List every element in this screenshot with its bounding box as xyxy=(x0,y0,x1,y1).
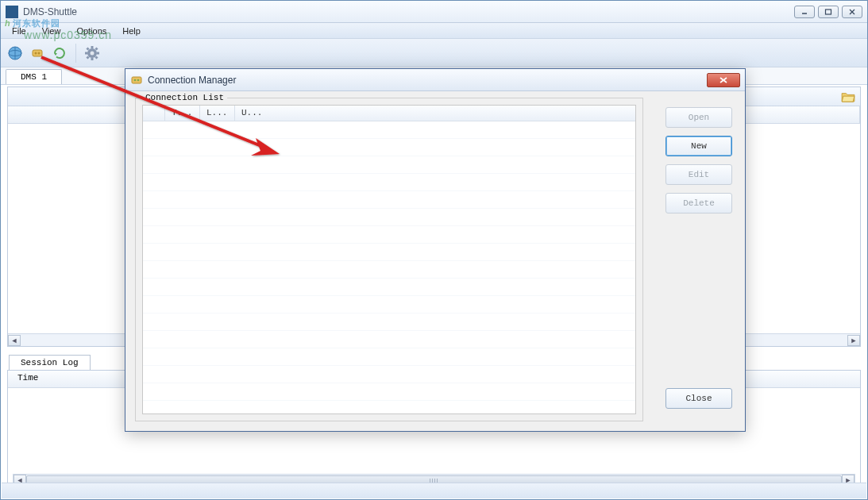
maximize-icon xyxy=(824,9,832,15)
svg-line-19 xyxy=(96,48,98,49)
svg-point-22 xyxy=(134,79,137,81)
toolbar-settings-icon[interactable] xyxy=(83,44,102,63)
col-login[interactable]: L... xyxy=(200,106,235,121)
close-icon xyxy=(848,9,856,15)
edit-button[interactable]: Edit xyxy=(665,164,732,185)
svg-line-17 xyxy=(87,48,89,49)
titlebar: DMS-Shuttle xyxy=(1,1,867,23)
svg-rect-7 xyxy=(33,50,42,56)
statusbar xyxy=(2,483,866,498)
globe-icon xyxy=(7,45,23,61)
toolbar-separator xyxy=(75,44,76,63)
close-button[interactable]: Close xyxy=(665,388,732,409)
toolbar-globe-icon[interactable] xyxy=(6,44,25,63)
connection-rows[interactable] xyxy=(143,121,635,413)
connection-columns: T... L... U... xyxy=(143,106,635,121)
scroll-left-icon[interactable]: ◄ xyxy=(8,335,21,346)
dialog-close-button[interactable] xyxy=(707,73,740,87)
maximize-button[interactable] xyxy=(818,6,839,18)
dialog-titlebar: Connection Manager xyxy=(125,69,745,91)
dialog-title: Connection Manager xyxy=(148,75,707,86)
connection-list-fieldset: Connection List T... L... U... xyxy=(135,98,643,421)
close-button[interactable] xyxy=(842,6,862,18)
svg-line-18 xyxy=(96,56,98,58)
toolbar-connect-icon[interactable] xyxy=(28,44,47,63)
col-blank[interactable] xyxy=(143,106,165,121)
window-title: DMS-Shuttle xyxy=(23,6,794,17)
svg-line-20 xyxy=(87,56,89,58)
svg-marker-10 xyxy=(54,53,57,56)
refresh-icon xyxy=(52,45,68,61)
dialog-close-row: Close xyxy=(665,388,732,409)
dialog-body: Connection List T... L... U... Open New … xyxy=(125,91,745,423)
window-controls xyxy=(794,6,862,18)
delete-button[interactable]: Delete xyxy=(665,193,732,213)
plug-icon xyxy=(29,45,45,61)
col-url[interactable]: U... xyxy=(235,106,635,121)
menu-options[interactable]: Options xyxy=(68,25,114,37)
toolbar xyxy=(1,39,867,67)
gear-icon xyxy=(84,45,100,61)
connection-manager-dialog: Connection Manager Connection List T... … xyxy=(125,68,746,432)
new-button[interactable]: New xyxy=(665,136,732,156)
connection-list[interactable]: T... L... U... xyxy=(142,105,636,414)
menubar: File View Options Help xyxy=(1,23,867,39)
fieldset-legend: Connection List xyxy=(142,93,227,102)
toolbar-refresh-icon[interactable] xyxy=(50,44,69,63)
folder-open-icon[interactable] xyxy=(841,91,855,102)
menu-view[interactable]: View xyxy=(34,25,69,37)
minimize-icon xyxy=(800,9,808,15)
tab-dms1[interactable]: DMS 1 xyxy=(6,69,62,84)
svg-rect-1 xyxy=(826,10,831,14)
svg-point-23 xyxy=(137,79,140,81)
close-icon xyxy=(719,77,727,83)
minimize-button[interactable] xyxy=(794,6,815,18)
svg-point-8 xyxy=(35,52,37,54)
app-icon xyxy=(6,6,18,18)
dialog-buttons: Open New Edit Delete xyxy=(665,107,732,213)
svg-rect-21 xyxy=(132,77,141,83)
menu-help[interactable]: Help xyxy=(114,25,149,37)
scroll-right-icon[interactable]: ► xyxy=(847,335,860,346)
svg-point-9 xyxy=(38,52,41,54)
session-tab[interactable]: Session Log xyxy=(9,355,91,370)
svg-point-12 xyxy=(91,51,95,55)
connection-icon xyxy=(130,74,143,87)
menu-file[interactable]: File xyxy=(4,25,34,37)
col-type[interactable]: T... xyxy=(165,106,200,121)
open-button[interactable]: Open xyxy=(665,107,732,128)
